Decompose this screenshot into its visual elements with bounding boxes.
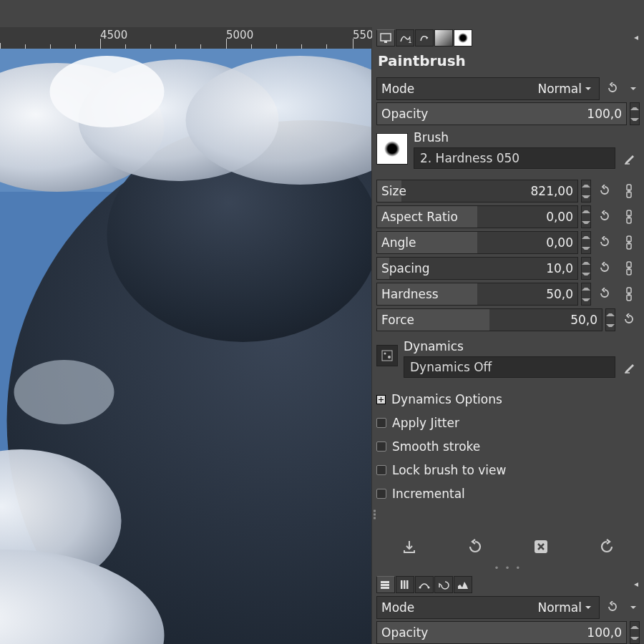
- slider-angle[interactable]: Angle0,00: [376, 231, 578, 254]
- brush-heading: Brush: [414, 130, 640, 145]
- reset-spacing-button[interactable]: [594, 257, 615, 280]
- svg-text:1: 1: [408, 37, 411, 44]
- link-hardness-button[interactable]: [618, 283, 640, 306]
- delete-preset-button[interactable]: [528, 534, 554, 560]
- spinner[interactable]: [605, 308, 615, 331]
- slider-force[interactable]: Force50,0: [376, 308, 602, 331]
- spinner[interactable]: [581, 283, 591, 306]
- spinner[interactable]: [581, 231, 591, 254]
- dynamics-heading: Dynamics: [404, 339, 640, 353]
- mode-menu-button[interactable]: [627, 77, 640, 100]
- ruler-label: 550: [353, 29, 372, 42]
- tab-channels[interactable]: [396, 576, 414, 593]
- expander-icon[interactable]: [376, 395, 386, 404]
- svg-rect-38: [401, 580, 403, 589]
- slider-aspect-ratio[interactable]: Aspect Ratio0,00: [376, 205, 578, 228]
- save-preset-button[interactable]: [396, 534, 422, 560]
- slider-size[interactable]: Size821,00: [376, 180, 578, 203]
- brush-edit-button[interactable]: [620, 147, 640, 169]
- brush-name[interactable]: 2. Hardness 050: [414, 147, 615, 169]
- svg-rect-39: [404, 580, 406, 589]
- tab-images[interactable]: [434, 29, 453, 47]
- restore-preset-button[interactable]: [462, 534, 488, 560]
- dock-tabs: 1: [376, 29, 640, 47]
- reset-angle-button[interactable]: [594, 231, 615, 254]
- tab-paths[interactable]: [415, 576, 434, 593]
- tool-title: Paintbrush: [376, 49, 640, 75]
- svg-rect-12: [384, 41, 387, 43]
- chevron-down-icon: [582, 78, 595, 99]
- link-size-button[interactable]: [618, 180, 640, 203]
- dynamics-options-label[interactable]: Dynamics Options: [391, 392, 502, 406]
- dynamics-value[interactable]: Dynamics Off: [404, 356, 615, 378]
- tab-brush-thumb[interactable]: [454, 29, 472, 47]
- spinner[interactable]: [581, 205, 591, 228]
- layer-mode-menu-button[interactable]: [627, 596, 640, 619]
- reset-preset-button[interactable]: [594, 534, 620, 560]
- tab-layers[interactable]: [376, 576, 395, 593]
- opacity-label: Opacity: [381, 107, 428, 121]
- svg-rect-30: [382, 351, 392, 361]
- incremental-checkbox[interactable]: [376, 489, 386, 499]
- layer-opacity-spinner[interactable]: [630, 621, 640, 644]
- chevron-down-icon: [582, 597, 595, 618]
- layer-opacity-label: Opacity: [381, 625, 428, 640]
- tab-undo[interactable]: [434, 576, 453, 593]
- layer-mode-reset-button[interactable]: [602, 596, 624, 619]
- dock-menu-icon-lower[interactable]: [633, 581, 640, 588]
- opacity-slider[interactable]: Opacity 100,0: [376, 102, 627, 125]
- layer-opacity-value: 100,0: [587, 625, 622, 640]
- link-aspect-ratio-button[interactable]: [618, 205, 640, 228]
- dynamics-icon[interactable]: [376, 345, 398, 366]
- canvas-area[interactable]: [0, 49, 372, 644]
- tab-undo-history[interactable]: [415, 29, 434, 47]
- spinner[interactable]: [581, 180, 591, 203]
- slider-hardness[interactable]: Hardness50,0: [376, 283, 578, 306]
- svg-rect-36: [381, 584, 389, 586]
- smooth-stroke-label: Smooth stroke: [392, 439, 480, 454]
- reset-force-button[interactable]: [618, 308, 640, 331]
- opacity-spinner[interactable]: [630, 102, 640, 125]
- dock-drag-handle[interactable]: [374, 509, 376, 519]
- mode-dropdown[interactable]: Mode Normal: [376, 77, 600, 100]
- reset-hardness-button[interactable]: [594, 283, 615, 306]
- tab-tool-options[interactable]: [376, 29, 395, 47]
- layer-opacity-slider[interactable]: Opacity 100,0: [376, 621, 627, 644]
- svg-rect-11: [381, 34, 391, 41]
- tab-device-status[interactable]: 1: [396, 29, 414, 47]
- tab-histogram[interactable]: [454, 576, 472, 593]
- window-topbar: [0, 0, 372, 27]
- opacity-value: 100,0: [587, 107, 622, 121]
- svg-point-31: [384, 353, 386, 355]
- svg-rect-37: [381, 587, 389, 589]
- link-spacing-button[interactable]: [618, 257, 640, 280]
- svg-point-7: [50, 56, 165, 127]
- layer-mode-dropdown[interactable]: Mode Normal: [376, 596, 600, 619]
- brush-preview[interactable]: [376, 133, 408, 165]
- svg-point-32: [388, 356, 391, 358]
- tool-options-dock: 1 Paintbrush Mode Normal: [372, 0, 644, 644]
- lock-brush-label: Lock brush to view: [392, 463, 506, 477]
- dock-separator[interactable]: • • •: [376, 563, 640, 573]
- slider-spacing[interactable]: Spacing10,0: [376, 257, 578, 280]
- mode-reset-button[interactable]: [602, 77, 624, 100]
- layer-mode-value: Normal: [537, 600, 582, 615]
- canvas-pane: 4500 5000 550: [0, 0, 372, 644]
- link-angle-button[interactable]: [618, 231, 640, 254]
- horizontal-ruler: 4500 5000 550: [0, 27, 372, 49]
- svg-point-41: [419, 587, 421, 589]
- incremental-label: Incremental: [392, 487, 465, 501]
- apply-jitter-label: Apply Jitter: [392, 416, 459, 430]
- spinner[interactable]: [581, 257, 591, 280]
- lock-brush-checkbox[interactable]: [376, 465, 386, 475]
- dock-menu-icon[interactable]: [633, 34, 640, 42]
- ruler-label: 4500: [100, 29, 127, 42]
- apply-jitter-checkbox[interactable]: [376, 418, 386, 428]
- reset-aspect-ratio-button[interactable]: [594, 205, 615, 228]
- mode-label: Mode: [381, 82, 414, 96]
- reset-size-button[interactable]: [594, 180, 615, 203]
- dynamics-edit-button[interactable]: [620, 356, 640, 378]
- svg-point-10: [14, 360, 114, 424]
- smooth-stroke-checkbox[interactable]: [376, 441, 386, 452]
- layer-mode-label: Mode: [381, 600, 414, 615]
